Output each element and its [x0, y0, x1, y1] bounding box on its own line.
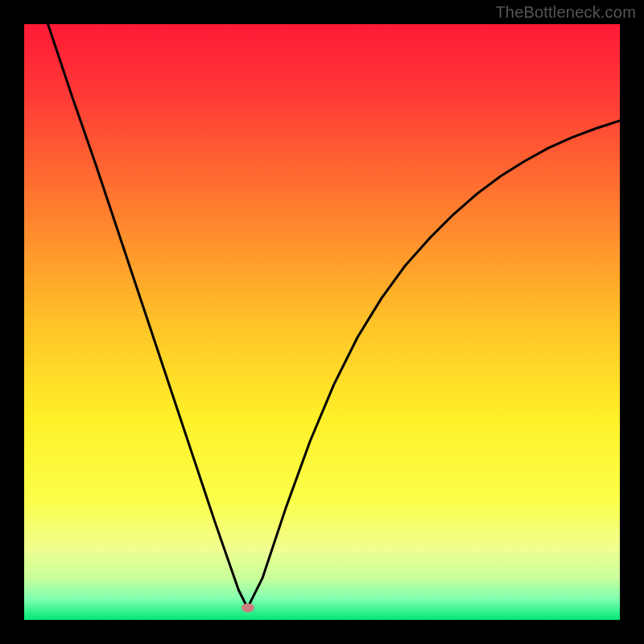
plot-area — [24, 24, 620, 620]
bottleneck-curve — [24, 24, 620, 620]
watermark-text: TheBottleneck.com — [495, 3, 636, 22]
minimum-marker — [242, 604, 254, 613]
chart-frame: TheBottleneck.com — [0, 0, 644, 644]
